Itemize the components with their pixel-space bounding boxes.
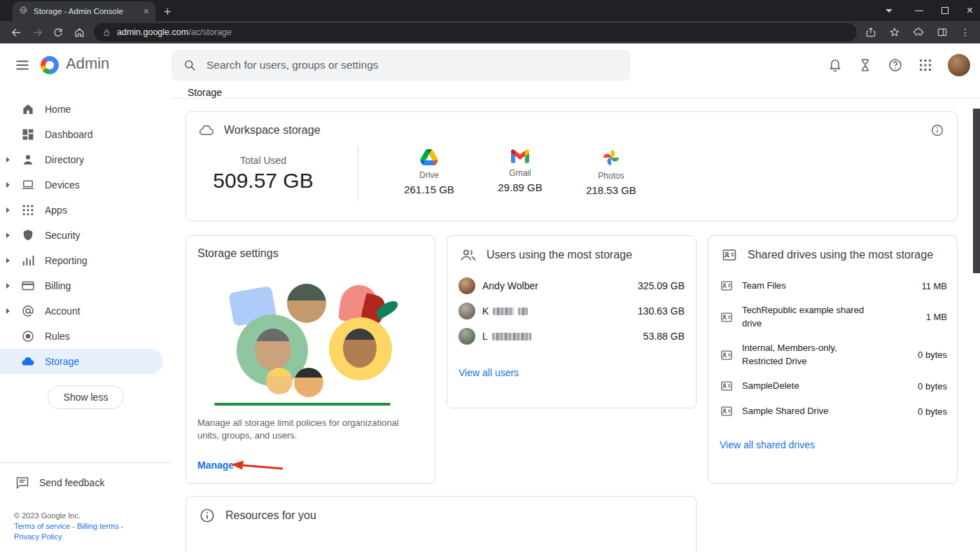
chevron-right-icon[interactable] — [6, 283, 10, 289]
browser-menu-kebab-icon[interactable]: ⋮ — [960, 27, 970, 38]
sidebar-item-storage[interactable]: Storage — [0, 349, 163, 374]
chevron-right-icon[interactable] — [6, 157, 10, 163]
chevron-right-icon[interactable] — [6, 207, 10, 213]
billing-terms-link[interactable]: Billing terms — [77, 522, 119, 530]
breadcrumb-item[interactable]: Storage — [188, 87, 222, 98]
tab-search-chevron-icon[interactable] — [886, 9, 892, 13]
cloud-icon — [21, 354, 35, 368]
view-all-shared-drives-link[interactable]: View all shared drives — [720, 439, 815, 450]
help-icon[interactable] — [888, 57, 903, 73]
terms-of-service-link[interactable]: Terms of service — [14, 522, 70, 530]
url-text: admin.google.com/ac/storage — [117, 27, 232, 37]
address-bar[interactable]: admin.google.com/ac/storage — [94, 23, 857, 41]
cloud-icon — [199, 123, 214, 138]
brand-title: Admin — [66, 55, 109, 73]
storage-settings-card: Storage settings Manage all storage li — [186, 235, 435, 484]
sidebar-item-label: Apps — [45, 205, 67, 216]
redacted-text — [518, 308, 528, 315]
bookmark-star-icon[interactable] — [889, 27, 900, 38]
chevron-right-icon[interactable] — [6, 308, 10, 314]
storage-value: 53.88 GB — [643, 331, 685, 342]
sidebar-item-label: Security — [45, 230, 80, 241]
table-row: Internal, Members-only, Restricted Drive… — [720, 336, 947, 374]
window-minimize-button[interactable] — [915, 11, 923, 11]
sidebar-item-account[interactable]: Account — [0, 298, 172, 324]
shared-drive-icon — [720, 279, 734, 293]
pending-tasks-hourglass-icon[interactable] — [858, 57, 873, 73]
table-row: Andy Wolber 325.09 GB — [458, 273, 685, 298]
apps-grid-icon[interactable] — [918, 57, 933, 73]
sidebar-item-reporting[interactable]: Reporting — [0, 248, 172, 273]
manage-link[interactable]: Manage — [197, 460, 234, 471]
home-button[interactable] — [70, 23, 88, 41]
drive-name: Team Files — [742, 280, 786, 293]
drive-name: Internal, Members-only, Restricted Drive — [742, 342, 867, 368]
main-content: Workspace storage Total Used 509.57 GB D… — [172, 99, 980, 552]
chevron-right-icon[interactable] — [6, 233, 10, 238]
shield-icon — [21, 228, 35, 242]
sidebar-item-label: Devices — [45, 179, 80, 191]
copyright-text: © 2023 Google Inc. — [14, 511, 172, 521]
sidebar-item-label: Rules — [45, 331, 70, 342]
sidebar-item-billing[interactable]: Billing — [0, 273, 172, 298]
rules-target-icon — [21, 329, 35, 343]
service-value: 218.53 GB — [566, 184, 657, 196]
settings-description: Manage all storage limit policies for or… — [197, 417, 413, 441]
privacy-policy-link[interactable]: Privacy Policy — [14, 532, 62, 541]
show-less-button[interactable]: Show less — [48, 385, 125, 409]
total-used-label: Total Used — [186, 155, 340, 166]
send-feedback-button[interactable]: Send feedback — [0, 463, 172, 494]
service-gmail: Gmail 29.89 GB — [475, 149, 566, 196]
search-input[interactable] — [206, 59, 620, 71]
back-button[interactable] — [7, 23, 25, 41]
sidebar-item-security[interactable]: Security — [0, 223, 172, 248]
drive-name: SampleDelete — [742, 380, 799, 393]
tab-close-icon[interactable]: × — [144, 6, 149, 16]
sidebar-item-dashboard[interactable]: Dashboard — [0, 122, 172, 147]
account-avatar[interactable] — [948, 54, 970, 76]
sidebar-item-devices[interactable]: Devices — [0, 172, 172, 198]
credit-card-icon — [21, 279, 35, 293]
reload-button[interactable] — [49, 23, 67, 41]
extensions-puzzle-icon[interactable] — [913, 27, 924, 38]
people-icon — [460, 247, 477, 263]
apps-dots-icon — [21, 203, 35, 217]
forward-button[interactable] — [28, 23, 46, 41]
service-name: Gmail — [475, 168, 566, 178]
shared-drive-icon — [720, 310, 734, 324]
search-box[interactable] — [172, 50, 631, 81]
share-icon[interactable] — [865, 27, 876, 38]
sidebar-item-apps[interactable]: Apps — [0, 198, 172, 223]
window-close-button[interactable]: × — [967, 5, 973, 16]
chevron-right-icon[interactable] — [6, 182, 10, 188]
send-feedback-label: Send feedback — [39, 477, 104, 488]
table-row: Team Files 11 MB — [720, 273, 947, 298]
sidebar-item-rules[interactable]: Rules — [0, 324, 172, 349]
page-scrollbar[interactable] — [973, 109, 980, 273]
view-all-users-link[interactable]: View all users — [458, 367, 519, 378]
table-row: TechRepublic example shared drive 1 MB — [720, 298, 947, 336]
notifications-bell-icon[interactable] — [827, 57, 843, 73]
shared-drive-icon — [720, 348, 734, 362]
feedback-chat-icon — [15, 476, 29, 490]
info-icon[interactable] — [930, 123, 944, 137]
side-panel-icon[interactable] — [937, 27, 948, 38]
sidebar-item-home[interactable]: Home — [0, 97, 172, 122]
chevron-right-icon[interactable] — [6, 258, 10, 263]
sidebar-footer: © 2023 Google Inc. Terms of service - Bi… — [0, 494, 172, 552]
new-tab-button[interactable]: + — [164, 6, 172, 18]
browser-tab[interactable]: Storage - Admin Console × — [13, 1, 155, 21]
sidebar-item-label: Dashboard — [45, 129, 93, 140]
browser-tab-bar: Storage - Admin Console × + × — [0, 0, 980, 21]
sidebar-item-label: Account — [45, 305, 80, 317]
breadcrumb: Storage — [172, 87, 980, 99]
user-name: Andy Wolber — [482, 280, 538, 291]
top-users-card: Users using the most storage Andy Wolber… — [447, 235, 696, 408]
window-restore-button[interactable] — [941, 7, 948, 14]
annotation-arrow — [230, 460, 287, 476]
storage-value: 11 MB — [921, 281, 947, 291]
bar-chart-icon — [21, 254, 35, 268]
sidebar-item-directory[interactable]: Directory — [0, 147, 172, 172]
main-menu-hamburger-icon[interactable] — [14, 57, 31, 76]
user-name: L — [482, 331, 488, 342]
